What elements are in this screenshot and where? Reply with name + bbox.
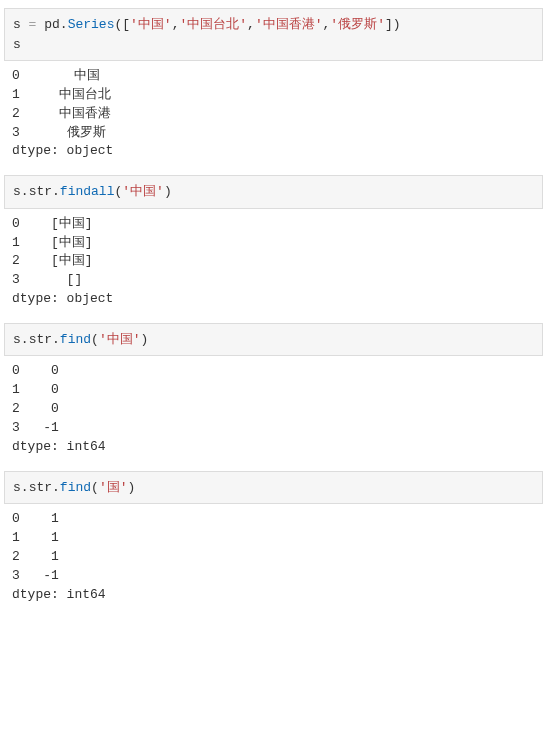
code-token: find xyxy=(60,332,91,347)
code-token: Series xyxy=(68,17,115,32)
code-token: '中国' xyxy=(99,332,141,347)
code-token: str xyxy=(29,184,52,199)
code-token: . xyxy=(21,480,29,495)
code-token: s xyxy=(13,184,21,199)
code-token: ]) xyxy=(385,17,401,32)
code-token: ) xyxy=(164,184,172,199)
code-input-cell-3[interactable]: s.str.find('国') xyxy=(4,471,543,505)
code-token: ) xyxy=(140,332,148,347)
code-token: str xyxy=(29,480,52,495)
code-token: s xyxy=(13,332,21,347)
code-output-cell-1: 0 [中国] 1 [中国] 2 [中国] 3 [] dtype: object xyxy=(4,209,543,319)
code-token: findall xyxy=(60,184,115,199)
code-input-cell-2[interactable]: s.str.find('中国') xyxy=(4,323,543,357)
code-token: pd xyxy=(36,17,59,32)
code-token: s xyxy=(13,17,29,32)
code-token: '中国' xyxy=(122,184,164,199)
code-output-cell-0: 0 中国 1 中国台北 2 中国香港 3 俄罗斯 dtype: object xyxy=(4,61,543,171)
code-token: str xyxy=(29,332,52,347)
code-token: '中国台北' xyxy=(179,17,247,32)
code-token: . xyxy=(52,480,60,495)
code-token: . xyxy=(52,332,60,347)
code-token: ( xyxy=(91,332,99,347)
code-token: '俄罗斯' xyxy=(330,17,385,32)
code-token: s xyxy=(13,480,21,495)
code-input-cell-0[interactable]: s = pd.Series(['中国','中国台北','中国香港','俄罗斯']… xyxy=(4,8,543,61)
notebook-container: s = pd.Series(['中国','中国台北','中国香港','俄罗斯']… xyxy=(4,8,543,614)
code-token: . xyxy=(52,184,60,199)
code-token: s xyxy=(13,37,21,52)
code-token: '国' xyxy=(99,480,128,495)
code-token: ( xyxy=(91,480,99,495)
code-token: . xyxy=(60,17,68,32)
code-token: '中国香港' xyxy=(255,17,323,32)
code-token: . xyxy=(21,184,29,199)
code-output-cell-2: 0 0 1 0 2 0 3 -1 dtype: int64 xyxy=(4,356,543,466)
code-input-cell-1[interactable]: s.str.findall('中国') xyxy=(4,175,543,209)
code-token: ) xyxy=(127,480,135,495)
code-token: . xyxy=(21,332,29,347)
code-token: find xyxy=(60,480,91,495)
code-token: '中国' xyxy=(130,17,172,32)
code-output-cell-3: 0 1 1 1 2 1 3 -1 dtype: int64 xyxy=(4,504,543,614)
code-token: , xyxy=(247,17,255,32)
code-token: ([ xyxy=(114,17,130,32)
